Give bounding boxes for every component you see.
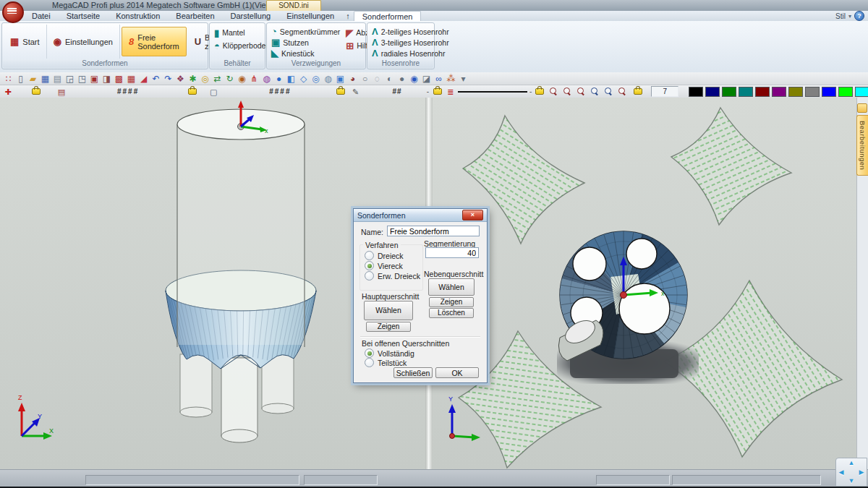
globe-icon[interactable]: ◍ <box>260 73 273 85</box>
color-swatch-3[interactable] <box>739 87 753 97</box>
pan-control[interactable]: ▲ ◀▶ ▼ <box>835 458 867 487</box>
color-swatch-10[interactable] <box>855 87 868 97</box>
target-icon[interactable]: ✚ <box>3 86 13 98</box>
viewport-icon[interactable]: ▣ <box>334 73 346 85</box>
hosenrohr3-button[interactable]: Λ 3-teiliges Hosenrohr <box>369 37 433 48</box>
help-icon[interactable]: ? <box>854 11 864 21</box>
lock-icon[interactable] <box>336 88 345 95</box>
sphere-model[interactable]: x <box>558 226 689 361</box>
copy-icon[interactable]: ◎ <box>199 73 211 85</box>
radio-viereck[interactable]: Viereck <box>365 261 403 270</box>
layer-name-field[interactable]: #### <box>117 87 139 95</box>
style-dropdown[interactable]: Stil <box>835 12 846 20</box>
plot-settings-icon[interactable]: ◳ <box>76 73 88 85</box>
cylinder-solid-icon[interactable]: ● <box>396 73 408 85</box>
marker-icon[interactable]: ◢ <box>137 73 150 85</box>
group-name-field[interactable]: #### <box>269 87 291 95</box>
level-field[interactable]: 7 <box>651 86 678 97</box>
bearbeitungen-tab[interactable]: Bearbeitungen <box>856 115 868 176</box>
color-swatch-6[interactable] <box>788 87 803 97</box>
material-ball-icon[interactable]: ◕ <box>346 73 359 85</box>
zoom-plus-icon[interactable] <box>591 87 599 95</box>
lock-icon[interactable] <box>188 88 197 95</box>
menu-konstruktion[interactable]: Konstruktion <box>108 11 168 21</box>
save-red-icon[interactable]: ▣ <box>88 73 101 85</box>
haupt-zeigen-button[interactable]: Zeigen <box>366 322 411 332</box>
haupt-waehlen-button[interactable]: Wählen <box>364 301 413 320</box>
color-swatch-1[interactable] <box>705 87 720 97</box>
pen-field[interactable]: ## <box>393 87 402 95</box>
print-preview-icon[interactable]: ◲ <box>64 73 76 85</box>
color-swatch-0[interactable] <box>689 87 703 97</box>
cylinder-wire-icon[interactable]: ○ <box>359 73 371 85</box>
search-pair-icon[interactable]: ∞ <box>433 73 445 85</box>
people-icon[interactable]: ⁂ <box>445 73 457 85</box>
leg-cylinders[interactable] <box>180 352 294 442</box>
menu-darstellung[interactable]: Darstellung <box>223 11 279 21</box>
segmentkruemmer-button[interactable]: ◔ Segmentkrümmer <box>268 26 343 37</box>
cube-edges-icon[interactable]: ◇ <box>297 73 310 85</box>
open-folder-icon[interactable]: ▰ <box>27 73 39 85</box>
pan-left-icon[interactable]: ◀ <box>836 468 846 477</box>
linewidth-icon[interactable]: ≣ <box>446 86 456 98</box>
cube-icon[interactable]: ◧ <box>285 73 297 85</box>
radio-erw-dreieck[interactable]: Erw. Dreieck <box>365 271 420 281</box>
color-swatch-9[interactable] <box>838 87 853 97</box>
move-icon[interactable]: ⇄ <box>211 73 224 85</box>
layers-icon[interactable]: ▤ <box>56 86 67 98</box>
menu-bearbeiten[interactable]: Bearbeiten <box>168 11 222 21</box>
toolbar-more-icon[interactable]: ▾ <box>457 73 469 85</box>
hosenrohr-radial-button[interactable]: Λ radiales Hosenrohr <box>369 48 433 59</box>
segmentierung-input[interactable] <box>425 247 479 258</box>
file-settings-icon[interactable]: ◨ <box>101 73 113 85</box>
radio-dreieck[interactable]: Dreieck <box>365 251 404 260</box>
file-tab[interactable]: SOND.ini <box>266 0 321 11</box>
raster-icon[interactable]: ▦ <box>125 73 137 85</box>
viewport-right[interactable]: x Y <box>433 98 857 470</box>
fan-icon[interactable]: ✱ <box>187 73 199 85</box>
stutzen-button[interactable]: ▣ Stutzen <box>268 37 343 48</box>
unfold-patterns[interactable]: x Y <box>433 98 857 470</box>
color-swatch-5[interactable] <box>772 87 786 97</box>
pen-icon[interactable]: ✎ <box>351 86 361 98</box>
point-style-icon[interactable]: ∷ <box>2 73 14 85</box>
torus-icon[interactable]: ◎ <box>310 73 322 85</box>
render-icon[interactable]: ◉ <box>408 73 420 85</box>
color-swatch-7[interactable] <box>805 87 820 97</box>
lock-icon[interactable] <box>433 88 442 95</box>
linestyle-preview[interactable] <box>458 91 527 93</box>
kloepperboden-button[interactable]: ◓ Klöpperboden <box>211 39 263 52</box>
einstellungen-button[interactable]: ◉ Einstellungen <box>47 25 120 59</box>
sheet-icon[interactable]: ▢ <box>208 86 218 98</box>
ole-object-icon[interactable]: ◪ <box>420 73 433 85</box>
new-file-icon[interactable]: ▯ <box>14 73 27 85</box>
menu-sonderformen[interactable]: Sonderformen <box>354 11 422 21</box>
sphere-blue-icon[interactable]: ● <box>273 73 285 85</box>
name-input[interactable] <box>387 226 480 236</box>
neben-loeschen-button[interactable]: Löschen <box>429 308 474 318</box>
orbit-icon[interactable]: ◉ <box>236 73 248 85</box>
rotate-icon[interactable]: ↻ <box>224 73 236 85</box>
zoom-window-icon[interactable] <box>577 87 585 95</box>
menu-startseite[interactable]: Startseite <box>59 11 108 21</box>
grid-icon[interactable]: ▩ <box>113 73 125 85</box>
zoom-in-icon[interactable] <box>563 87 571 95</box>
zoom-all-icon[interactable] <box>618 87 626 95</box>
pan-down-icon[interactable]: ▼ <box>846 476 856 486</box>
lock-icon[interactable] <box>535 88 544 95</box>
pattern-top-right[interactable] <box>671 108 791 225</box>
chevron-down-icon[interactable]: ▾ <box>848 13 851 20</box>
disc-icon[interactable]: ◍ <box>322 73 334 85</box>
freie-sonderform-button[interactable]: 8 Freie Sonderform <box>122 27 187 56</box>
megacad-logo-icon[interactable] <box>2 1 24 23</box>
dialog-titlebar[interactable]: Sonderformen × <box>354 209 487 222</box>
cylinder-body[interactable] <box>177 109 305 347</box>
stamp-icon[interactable]: ❖ <box>174 73 187 85</box>
neben-zeigen-button[interactable]: Zeigen <box>429 297 474 307</box>
lock-icon[interactable] <box>32 88 41 95</box>
kniestueck-button[interactable]: ◣ Kniestück <box>268 48 343 59</box>
printer-icon[interactable]: ▤ <box>51 73 64 85</box>
color-swatch-4[interactable] <box>755 87 770 97</box>
ok-button[interactable]: OK <box>435 367 479 378</box>
panel-folder-icon[interactable] <box>857 103 867 113</box>
